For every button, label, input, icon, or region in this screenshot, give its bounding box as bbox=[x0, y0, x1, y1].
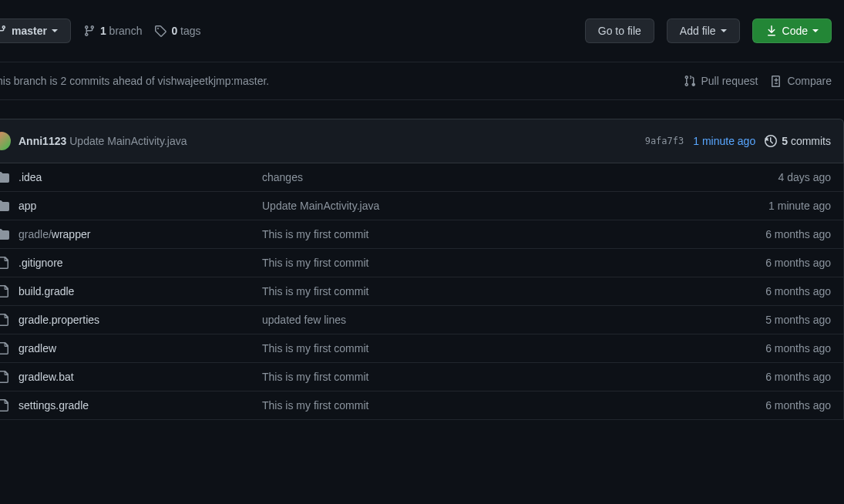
file-icon bbox=[0, 285, 9, 297]
file-name-link[interactable]: gradle.properties bbox=[18, 314, 99, 326]
code-button[interactable]: Code bbox=[752, 18, 832, 43]
commit-message-link[interactable]: This is my first commit bbox=[262, 371, 368, 383]
history-icon bbox=[765, 135, 777, 147]
caret-down-icon bbox=[721, 29, 727, 32]
pull-request-link[interactable]: Pull request bbox=[684, 75, 758, 87]
file-name-link[interactable]: app bbox=[18, 200, 36, 212]
branches-link[interactable]: 1 branch bbox=[83, 25, 143, 37]
download-icon bbox=[765, 25, 778, 37]
caret-down-icon bbox=[52, 29, 58, 32]
latest-commit-bar: Anni1123 Update MainActivity.java 9afa7f… bbox=[0, 119, 844, 163]
commit-message-link[interactable]: changes bbox=[262, 171, 303, 183]
caret-down-icon bbox=[812, 29, 819, 32]
file-name-link[interactable]: .idea bbox=[18, 171, 42, 183]
commits-label: commits bbox=[791, 135, 831, 147]
table-row: settings.gradleThis is my first commit6 … bbox=[0, 391, 843, 420]
table-row: gradle.propertiesupdated few lines5 mont… bbox=[0, 306, 843, 334]
table-row: build.gradleThis is my first commit6 mon… bbox=[0, 277, 843, 306]
branch-label: branch bbox=[109, 25, 143, 37]
branch-count: 1 bbox=[100, 25, 106, 37]
tag-label: tags bbox=[180, 25, 200, 37]
commit-sha[interactable]: 9afa7f3 bbox=[645, 136, 684, 146]
branch-name: master bbox=[12, 23, 47, 39]
folder-icon bbox=[0, 200, 9, 212]
file-updated-time: 6 months ago bbox=[765, 342, 831, 354]
table-row: gradlew.batThis is my first commit6 mont… bbox=[0, 363, 843, 391]
code-label: Code bbox=[782, 23, 808, 39]
file-name-link[interactable]: gradlew bbox=[18, 342, 56, 354]
file-diff-icon bbox=[770, 75, 782, 87]
file-name-link[interactable]: settings.gradle bbox=[18, 399, 89, 412]
file-updated-time: 6 months ago bbox=[765, 371, 831, 383]
branch-compare-banner: his branch is 2 commits ahead of vishwaj… bbox=[0, 62, 844, 100]
commit-message-link[interactable]: Update MainActivity.java bbox=[262, 200, 379, 212]
file-updated-time: 6 months ago bbox=[765, 257, 831, 269]
branch-icon bbox=[0, 25, 7, 37]
file-list: .ideachanges4 days agoappUpdate MainActi… bbox=[0, 163, 844, 420]
file-name-link[interactable]: .gitignore bbox=[18, 257, 63, 269]
file-icon bbox=[0, 314, 9, 326]
file-icon bbox=[0, 257, 9, 269]
file-updated-time: 6 months ago bbox=[765, 285, 831, 297]
compare-link[interactable]: Compare bbox=[770, 75, 832, 87]
folder-icon bbox=[0, 171, 9, 183]
branch-icon bbox=[83, 25, 96, 37]
avatar[interactable] bbox=[0, 132, 11, 150]
pull-request-label: Pull request bbox=[701, 75, 758, 87]
table-row: gradlewThis is my first commit6 months a… bbox=[0, 334, 843, 363]
add-file-label: Add file bbox=[680, 23, 716, 39]
file-name-link[interactable]: gradle/wrapper bbox=[18, 228, 90, 240]
add-file-button[interactable]: Add file bbox=[667, 18, 740, 43]
file-icon bbox=[0, 399, 9, 412]
commit-message-link[interactable]: This is my first commit bbox=[262, 257, 368, 269]
pull-request-icon bbox=[684, 75, 696, 87]
tag-count: 0 bbox=[171, 25, 177, 37]
commit-message-link[interactable]: This is my first commit bbox=[262, 399, 368, 412]
table-row: gradle/wrapperThis is my first commit6 m… bbox=[0, 220, 843, 249]
commit-message-link[interactable]: Update MainActivity.java bbox=[69, 135, 187, 147]
commit-time[interactable]: 1 minute ago bbox=[693, 135, 755, 147]
file-updated-time: 6 months ago bbox=[765, 228, 831, 240]
compare-ahead-message: his branch is 2 commits ahead of vishwaj… bbox=[0, 75, 269, 87]
commit-message-link[interactable]: updated few lines bbox=[262, 314, 346, 326]
file-name-link[interactable]: gradlew.bat bbox=[18, 371, 74, 383]
folder-icon bbox=[0, 228, 9, 240]
tags-link[interactable]: 0 tags bbox=[154, 25, 200, 37]
compare-label: Compare bbox=[787, 75, 832, 87]
file-updated-time: 1 minute ago bbox=[768, 200, 831, 212]
go-to-file-button[interactable]: Go to file bbox=[585, 18, 654, 43]
table-row: .ideachanges4 days ago bbox=[0, 163, 843, 192]
tag-icon bbox=[154, 25, 166, 37]
commit-message-link[interactable]: This is my first commit bbox=[262, 228, 368, 240]
commits-count-link[interactable]: 5 commits bbox=[765, 135, 831, 147]
repo-top-toolbar: master 1 branch 0 tags Go to file Add fi… bbox=[0, 0, 844, 62]
commit-message-link[interactable]: This is my first commit bbox=[262, 285, 368, 297]
file-icon bbox=[0, 371, 9, 383]
branch-selector-button[interactable]: master bbox=[0, 18, 71, 43]
commits-count: 5 bbox=[782, 135, 788, 147]
table-row: .gitignoreThis is my first commit6 month… bbox=[0, 249, 843, 277]
file-updated-time: 6 months ago bbox=[765, 399, 831, 412]
file-icon bbox=[0, 342, 9, 354]
table-row: appUpdate MainActivity.java1 minute ago bbox=[0, 192, 843, 220]
file-name-link[interactable]: build.gradle bbox=[18, 285, 74, 297]
file-updated-time: 4 days ago bbox=[778, 171, 832, 183]
commit-message-link[interactable]: This is my first commit bbox=[262, 342, 368, 354]
file-updated-time: 5 months ago bbox=[765, 314, 831, 326]
author-link[interactable]: Anni1123 bbox=[18, 135, 66, 147]
